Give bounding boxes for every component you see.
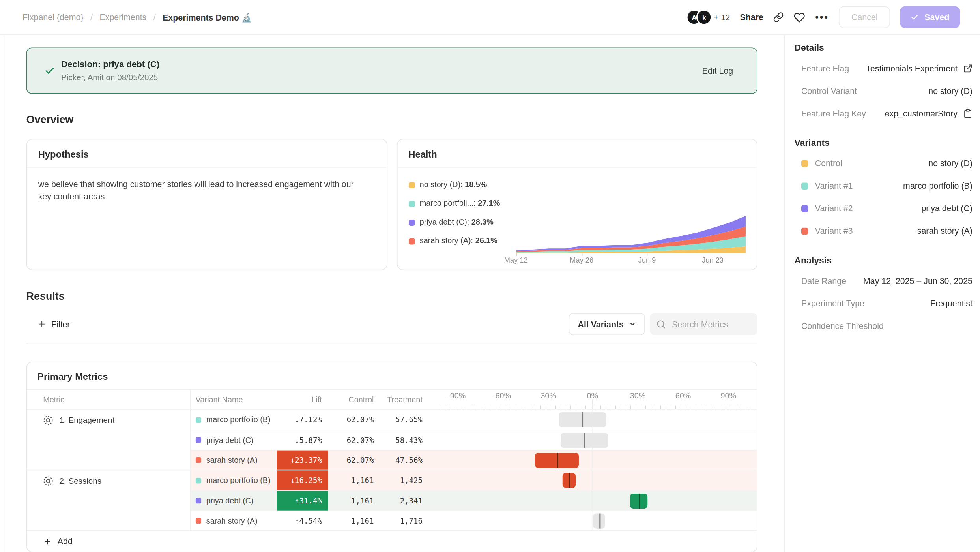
copy-link-button[interactable]: [773, 12, 784, 23]
variants-heading: Variants: [794, 138, 972, 148]
variants-dropdown[interactable]: All Variants: [569, 313, 645, 335]
variant-name: marco portfolio (B): [206, 415, 271, 424]
more-options-button[interactable]: •••: [815, 12, 829, 23]
legend-label: marco portfoli...: 27.1%: [420, 199, 500, 208]
sidebar-row-label: Control: [815, 159, 842, 168]
lift-value: ↓23.37%: [277, 451, 328, 470]
sidebar-row-label: Variant #3: [815, 226, 853, 236]
axis-label: -30%: [538, 392, 556, 400]
metric-row[interactable]: marco portfolio (B) ↓16.25% 1,161 1,425: [191, 470, 757, 490]
analysis-heading: Analysis: [794, 255, 972, 265]
legend-swatch: [408, 201, 415, 207]
avatar-overflow-count[interactable]: + 12: [714, 13, 730, 22]
sidebar-row: Confidence Threshold: [801, 320, 973, 332]
metric-group-rows: marco portfolio (B) ↓16.25% 1,161 1,425 …: [191, 470, 757, 530]
variant-cell: sarah story (A): [191, 511, 277, 530]
breadcrumb-experiments[interactable]: Experiments: [99, 13, 146, 22]
stacked-area-chart: [516, 213, 746, 253]
metric-group: 1. Engagement marco portfolio (B) ↓7.12%…: [27, 410, 757, 470]
plus-icon: [37, 320, 46, 329]
app: Fixpanel {demo} / Experiments / Experime…: [0, 0, 980, 552]
external-link-icon[interactable]: [963, 64, 973, 73]
sidebar-row: Variant #1 marco portfolio (B): [801, 180, 973, 192]
metric-row[interactable]: priya debt (C) ↓5.87% 62.07% 58.43%: [191, 430, 757, 450]
metric-row[interactable]: marco portfolio (B) ↓7.12% 62.07% 57.65%: [191, 410, 757, 430]
add-button-label: Add: [58, 537, 73, 546]
avatar-stack[interactable]: A k + 12: [686, 9, 730, 25]
details-heading: Details: [794, 43, 972, 53]
metric-group: 2. Sessions marco portfolio (B) ↓16.25% …: [27, 470, 757, 531]
health-x-axis: May 12May 26Jun 9Jun 23: [516, 253, 746, 265]
overview-heading: Overview: [26, 113, 785, 128]
breadcrumb-project[interactable]: Fixpanel {demo}: [22, 13, 84, 22]
link-icon: [773, 12, 784, 23]
treatment-value: 47.56%: [374, 456, 423, 464]
axis-label: -60%: [493, 392, 511, 400]
control-value: 62.07%: [328, 456, 374, 464]
avatar[interactable]: k: [696, 9, 712, 25]
chevron-down-icon: [629, 320, 636, 328]
metric-column-header: Metric: [27, 390, 191, 409]
lift-marker: [584, 433, 585, 448]
search-icon: [656, 319, 666, 329]
metric-row[interactable]: sarah story (A) ↑4.54% 1,161 1,716: [191, 511, 757, 531]
breadcrumb-separator: /: [90, 13, 93, 22]
x-axis-label: May 12: [504, 257, 528, 264]
analysis-rows: Date Range May 12, 2025 – Jun 30, 2025 E…: [792, 275, 973, 332]
health-card-body: no story (D): 18.5%marco portfoli...: 27…: [397, 168, 757, 270]
results-controls: Filter All Variants: [26, 313, 757, 335]
legend-swatch: [408, 219, 415, 225]
variant-swatch: [801, 205, 808, 212]
add-metric-button[interactable]: Add: [27, 531, 757, 552]
axis-label: 90%: [721, 392, 737, 400]
metric-name: 2. Sessions: [59, 476, 101, 486]
sidebar-row-label: Variant #2: [815, 204, 853, 213]
axis-tick-marks: [441, 406, 754, 409]
decision-title: Decision: priya debt (C): [61, 58, 159, 70]
sidebar-row: Variant #3 sarah story (A): [801, 225, 973, 237]
confidence-interval-cell: [438, 491, 757, 511]
primary-metrics-title: Primary Metrics: [27, 362, 757, 390]
variant-swatch: [196, 457, 201, 463]
variants-rows: Control no story (D) Variant #1 marco po…: [792, 158, 973, 237]
copy-icon[interactable]: [963, 109, 973, 118]
control-value: 1,161: [328, 516, 374, 525]
zero-tick: [593, 400, 593, 409]
details-sidebar: Details Feature Flag Testimonials Experi…: [784, 35, 980, 552]
x-axis-label: May 26: [570, 257, 593, 264]
metric-name-cell: 2. Sessions: [27, 470, 191, 530]
axis-label: 60%: [675, 392, 691, 400]
overview-cards: Hypothesis we believe that showing custo…: [26, 139, 757, 270]
legend-label: no story (D): 18.5%: [420, 181, 487, 189]
results-heading: Results: [26, 289, 785, 304]
variant-cell: marco portfolio (B): [191, 470, 277, 490]
sidebar-row: Date Range May 12, 2025 – Jun 30, 2025: [801, 275, 973, 287]
x-axis-tick: [582, 253, 582, 256]
metric-row[interactable]: priya debt (C) ↑31.4% 1,161 2,341: [191, 490, 757, 511]
sidebar-row-label: Date Range: [801, 276, 846, 286]
saved-button-label: Saved: [924, 13, 949, 22]
variant-name: sarah story (A): [206, 456, 258, 464]
add-filter-button[interactable]: Filter: [37, 319, 70, 329]
cancel-button[interactable]: Cancel: [839, 6, 890, 28]
favorite-button[interactable]: [794, 11, 806, 23]
sidebar-row-value: sarah story (A): [917, 226, 973, 236]
control-value: 1,161: [328, 476, 374, 485]
sidebar-row: Experiment Type Frequentist: [801, 298, 973, 310]
hypothesis-card: Hypothesis we believe that showing custo…: [26, 139, 387, 270]
health-chart: May 12May 26Jun 9Jun 23: [516, 168, 746, 265]
content-column: Decision: priya debt (C) Picker, Amit on…: [0, 35, 784, 552]
variant-column-header: Variant Name: [191, 395, 277, 404]
decision-banner-text: Decision: priya debt (C) Picker, Amit on…: [61, 58, 159, 83]
metric-row[interactable]: sarah story (A) ↓23.37% 62.07% 47.56%: [191, 450, 757, 470]
search-metrics-input[interactable]: [671, 319, 746, 329]
saved-button[interactable]: Saved: [900, 6, 960, 28]
sidebar-row-value: marco portfolio (B): [903, 181, 973, 191]
share-button[interactable]: Share: [740, 13, 763, 22]
search-metrics-box[interactable]: [650, 313, 757, 335]
breadcrumb: Fixpanel {demo} / Experiments / Experime…: [22, 12, 252, 22]
variant-name: marco portfolio (B): [206, 476, 271, 485]
legend-swatch: [408, 182, 415, 188]
sidebar-row-value: no story (D): [928, 86, 973, 96]
edit-log-button[interactable]: Edit Log: [698, 66, 737, 76]
